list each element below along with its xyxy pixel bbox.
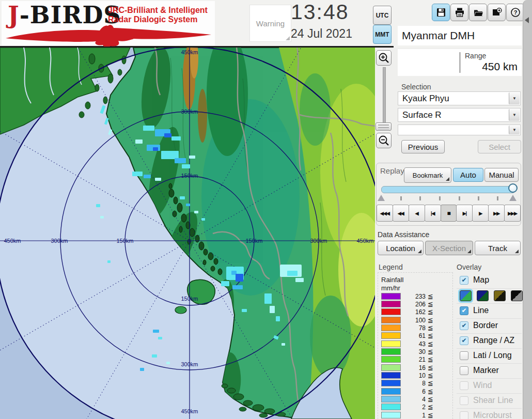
range-start-marker[interactable] <box>378 195 385 201</box>
bookmark-button[interactable]: Bookmark <box>404 167 451 183</box>
manual-button[interactable]: Manual <box>484 168 519 182</box>
panel-scroll-strip[interactable] <box>523 0 532 419</box>
utc-toggle-button[interactable]: UTC <box>373 6 392 25</box>
svg-text:300km: 300km <box>310 238 327 244</box>
slider-tick <box>497 196 498 200</box>
forward-fast-button[interactable]: ▶▶▶ <box>504 205 521 222</box>
collapse-panel-icon[interactable] <box>525 17 529 23</box>
zoom-in-icon <box>378 52 389 64</box>
warning-label: Warning <box>256 19 285 28</box>
slider-tick <box>419 196 421 200</box>
print-icon <box>455 7 465 18</box>
checkbox-unchecked-icon[interactable] <box>460 366 468 375</box>
product-dropdown[interactable]: Surface R ▼ <box>398 108 521 122</box>
clock-date: 24 Jul 2021 <box>291 27 352 41</box>
svg-text:150km: 150km <box>245 238 262 244</box>
legend-unit-line1: Rainfall <box>381 276 403 284</box>
station-name: Myanmar DMH <box>398 29 475 42</box>
overlay-label: Shear Line <box>473 396 513 405</box>
warning-panel[interactable]: Warning <box>249 5 291 42</box>
replay-slider-handle[interactable] <box>508 183 518 193</box>
range-divider <box>460 52 460 73</box>
step-forward-button[interactable]: ▶| <box>456 205 473 222</box>
svg-text:?: ? <box>513 9 517 15</box>
zoom-slider-track[interactable] <box>383 67 386 130</box>
checkbox-checked-icon[interactable]: ✔ <box>460 276 468 285</box>
svg-text:300km: 300km <box>51 238 68 244</box>
zoom-slider-handle[interactable] <box>375 122 392 131</box>
slider-tick <box>400 196 402 200</box>
data-assistance-label: Data Assistance <box>378 230 429 239</box>
xsection-button[interactable]: X-Section <box>425 241 473 255</box>
play-reverse-button[interactable]: ◀ <box>409 205 425 222</box>
chevron-down-icon[interactable]: ▼ <box>509 109 520 121</box>
chevron-down-icon[interactable]: ▼ <box>509 126 520 134</box>
map-style-swatch-3[interactable] <box>494 290 506 301</box>
svg-text:300km: 300km <box>181 361 198 367</box>
location-label: Location <box>386 244 415 253</box>
location-button[interactable]: Location <box>378 241 424 255</box>
svg-text:450km: 450km <box>181 408 198 414</box>
checkbox-disabled-icon <box>460 396 468 405</box>
stop-button[interactable]: ■ <box>441 205 457 222</box>
site-dropdown[interactable]: Kyauk Phyu ▼ <box>398 91 521 105</box>
zoom-out-icon <box>378 135 389 146</box>
replay-slider-track[interactable] <box>381 186 515 193</box>
previous-button[interactable]: Previous <box>401 140 445 153</box>
checkbox-checked-icon[interactable]: ✔ <box>460 321 468 330</box>
svg-text:150km: 150km <box>116 238 133 244</box>
map-style-row <box>457 288 522 304</box>
range-end-marker[interactable] <box>509 195 517 201</box>
slider-tick <box>439 196 441 200</box>
checkbox-unchecked-icon[interactable] <box>460 351 468 360</box>
extra-dropdown[interactable]: ▼ <box>398 125 521 135</box>
checkbox-checked-icon[interactable]: ✔ <box>460 336 468 345</box>
site-dropdown-value: Kyauk Phyu <box>402 94 449 104</box>
radar-map[interactable]: 450km 300km 150km 150km 300km 450km 450k… <box>0 48 375 419</box>
save-button[interactable] <box>432 4 450 21</box>
zoom-in-button[interactable] <box>376 50 392 66</box>
overlay-row-range-az[interactable]: ✔ Range / AZ <box>457 333 522 349</box>
svg-text:450km: 450km <box>4 238 21 244</box>
track-button[interactable]: Track <box>475 241 521 255</box>
overlay-row-map[interactable]: ✔ Map <box>457 273 522 288</box>
slider-tick <box>478 196 479 200</box>
mmt-toggle-button[interactable]: MMT <box>373 25 392 44</box>
overlay-label: Range / AZ <box>473 336 514 345</box>
menu-corner-icon <box>418 250 421 253</box>
print-button[interactable] <box>450 4 468 21</box>
chevron-down-icon[interactable]: ▼ <box>509 92 520 104</box>
map-style-swatch-4[interactable] <box>511 290 523 301</box>
overlay-label: Microburst <box>473 411 512 419</box>
zoom-out-button[interactable] <box>376 133 392 148</box>
rewind-button[interactable]: ◀◀ <box>393 205 409 222</box>
add-image-button[interactable] <box>488 4 506 21</box>
open-folder-button[interactable] <box>469 4 487 21</box>
overlay-label: Line <box>473 306 489 315</box>
checkbox-checked-icon[interactable]: ✔ <box>460 306 468 315</box>
overlay-label: Marker <box>473 366 499 375</box>
overlay-row-line[interactable]: ✔ Line <box>457 303 522 319</box>
overlay-row-border[interactable]: ✔ Border <box>457 318 522 334</box>
cheduba-island <box>175 306 186 314</box>
add-image-icon <box>492 7 502 18</box>
save-icon <box>436 7 446 18</box>
overlay-row-marker[interactable]: Marker <box>457 363 522 379</box>
overlay-row-lati-long[interactable]: Lati / Long <box>457 348 522 364</box>
map-style-swatch-1[interactable] <box>460 290 472 301</box>
play-button[interactable]: ▶ <box>472 205 489 222</box>
app-tagline: JRC-Brilliant & Intelligent Radar Dialog… <box>108 6 208 24</box>
forward-button[interactable]: ▶▶ <box>488 205 505 222</box>
overlay-title: Overlay <box>457 263 481 271</box>
select-button[interactable]: Select <box>478 140 521 153</box>
svg-text:150km: 150km <box>181 296 198 302</box>
help-button[interactable]: ? <box>506 4 524 21</box>
eagle-logo-icon <box>4 23 213 46</box>
checkbox-disabled-icon <box>460 381 468 390</box>
resize-grip-icon[interactable] <box>286 36 290 40</box>
overlay-label: Wind <box>473 381 492 390</box>
rewind-fast-button[interactable]: ◀◀◀ <box>377 205 393 222</box>
step-back-button[interactable]: |◀ <box>425 205 441 222</box>
auto-button[interactable]: Auto <box>453 168 483 182</box>
map-style-swatch-2[interactable] <box>477 290 489 301</box>
